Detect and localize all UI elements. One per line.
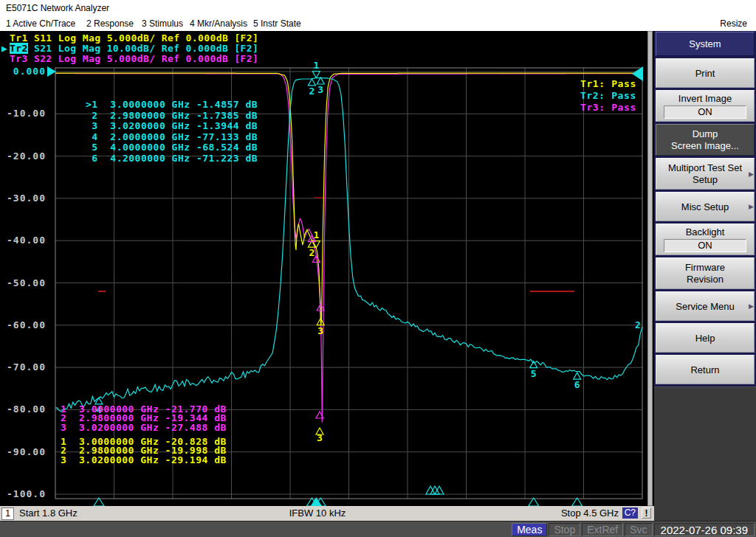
marker-label-2-tr1: 2	[309, 247, 315, 258]
trace-name: Tr2	[10, 43, 28, 54]
active-trace-arrow-icon: ▶	[1, 43, 10, 54]
softkey-label: Return	[656, 364, 754, 375]
softkey-panel-blank	[654, 387, 756, 521]
softkey-misc-setup[interactable]: Misc Setup▶	[656, 192, 755, 221]
y-axis-tick-label: -50.00	[7, 277, 46, 288]
softkey-toggle-state: ON	[664, 239, 746, 252]
window-title: E5071C Network Analyzer	[6, 3, 109, 13]
marker-label-2-tr2: 2	[309, 86, 315, 97]
softkey-label: Help	[656, 333, 754, 344]
marker-1-tr2[interactable]	[312, 72, 320, 78]
stimulus-marker-cluster	[426, 486, 435, 494]
marker-6-tr2[interactable]	[574, 373, 581, 379]
menu-bar: Resize 1 Active Ch/Trace2 Response3 Stim…	[0, 16, 756, 31]
softkey-label: Service Menu	[656, 301, 754, 312]
menu-item-3[interactable]: 3 Stimulus	[142, 16, 183, 31]
submenu-arrow-icon: ▶	[749, 203, 754, 210]
title-bar: E5071C Network Analyzer	[0, 0, 756, 16]
trace-format: S11 Log Mag 5.000dB/ Ref 0.000dB [F2]	[28, 32, 259, 44]
status-indicator-stop: Stop	[549, 523, 580, 536]
softkey-label: Print	[656, 68, 754, 79]
marker-table-s11-markers: 1 3.0000000 GHz -20.828 dB2 2.9800000 GH…	[61, 437, 227, 465]
softkey-dump-screen-image[interactable]: DumpScreen Image...	[656, 124, 755, 156]
marker-2-tr2[interactable]	[308, 79, 315, 86]
status-clock: 2022-07-26 09:39	[654, 523, 755, 536]
stimulus-marker-cluster	[430, 486, 439, 494]
softkey-invert-image[interactable]: Invert ImageON	[656, 90, 755, 122]
trace-definition-tr1[interactable]: Tr1 S11 Log Mag 5.000dB/ Ref 0.000dB [F2…	[1, 32, 258, 43]
marker-table-s21-markers: >1 3.0000000 GHz -1.4857 dB 2 2.9800000 …	[86, 100, 258, 164]
softkey-return[interactable]: Return	[656, 355, 755, 384]
marker-readout-row: 3 3.0200000 GHz -1.3944 dB	[86, 121, 258, 132]
marker-readout-row: 3 3.0200000 GHz -29.194 dB	[61, 456, 227, 465]
marker-readout-row: 6 4.2000000 GHz -71.223 dB	[86, 153, 258, 164]
menu-item-1[interactable]: 1 Active Ch/Trace	[6, 16, 75, 31]
y-axis-tick-label: -100.0	[7, 488, 46, 499]
limit-test-result: Tr2: Pass	[580, 90, 636, 102]
stimulus-marker-cluster	[435, 486, 444, 494]
trace-definition-tr2[interactable]: ▶Tr2 S21 Log Mag 10.00dB/ Ref 0.000dB [F…	[1, 43, 258, 53]
marker-readout-row: 4 2.0000000 GHz -77.133 dB	[86, 132, 258, 143]
softkey-label: Setup	[656, 174, 754, 185]
stimulus-marker[interactable]	[572, 498, 583, 506]
marker-label-3-tr1: 3	[317, 325, 323, 336]
y-axis-tick-label: -90.00	[7, 446, 46, 457]
menu-item-5[interactable]: 5 Instr State	[253, 16, 301, 31]
softkey-label: Screen Image...	[656, 140, 754, 151]
softkey-label: Dump	[656, 128, 754, 139]
marker-label-3-tr2: 3	[317, 84, 323, 95]
menu-item-4[interactable]: 4 Mkr/Analysis	[190, 16, 247, 31]
trace-format: S22 Log Mag 5.000dB/ Ref 0.000dB [F2]	[28, 53, 259, 64]
trace-number-label: 2	[635, 319, 641, 330]
softkey-multiport-test-set-setup[interactable]: Multiport Test SetSetup▶	[656, 158, 755, 190]
stop-frequency: Stop 4.5 GHz	[561, 506, 619, 521]
channel-bar: 1 Start 1.8 GHz IFBW 10 kHz Stop 4.5 GHz…	[0, 506, 654, 521]
y-axis-tick-label: -60.00	[7, 319, 46, 330]
stimulus-marker[interactable]	[94, 498, 104, 506]
y-axis-tick-label: -70.00	[7, 361, 46, 373]
resize-button[interactable]: Resize	[720, 16, 747, 31]
softkey-label: Revision	[656, 274, 754, 285]
softkey-label: Backlight	[656, 226, 754, 238]
softkey-toggle-state: ON	[664, 105, 746, 119]
marker-glyph-label: 3	[317, 432, 323, 443]
instrument-screen[interactable]: 212345612330.000-10.00-20.00-30.00-40.00…	[0, 31, 654, 506]
ifbw-readout: IFBW 10 kHz	[289, 506, 346, 521]
softkey-label: Multiport Test Set	[656, 162, 754, 173]
marker-readout-row: 2 2.9800000 GHz -1.7385 dB	[86, 111, 258, 122]
trace-format: S21 Log Mag 10.00dB/ Ref 0.000dB [F2]	[28, 43, 259, 54]
limit-test-result: Tr3: Pass	[580, 102, 636, 114]
softkey-label: Misc Setup	[656, 201, 754, 212]
limit-test-pass-panel: Tr1: PassTr2: PassTr3: Pass	[580, 78, 636, 114]
softkey-label: System	[656, 38, 754, 49]
marker-label-1-tr2: 1	[313, 60, 319, 71]
softkey-panel: SystemPrintInvert ImageONDumpScreen Imag…	[654, 31, 756, 521]
marker-label-6-tr2: 6	[574, 379, 580, 390]
y-axis-tick-label: -80.00	[7, 403, 46, 415]
marker-label-5-tr2: 5	[531, 368, 537, 379]
marker-readout-row: >1 3.0000000 GHz -1.4857 dB	[86, 100, 258, 111]
marker-table-s22-markers: 1 3.0000000 GHz -21.770 dB2 2.9800000 GH…	[61, 405, 227, 432]
y-axis-tick-label: -40.00	[7, 235, 46, 246]
submenu-arrow-icon: ▶	[749, 302, 754, 310]
softkey-firmware-revision[interactable]: FirmwareRevision	[656, 257, 755, 289]
cal-status-badge: C?	[622, 507, 638, 519]
softkey-system[interactable]: System	[656, 32, 755, 56]
ref-level-indicator-left	[47, 66, 56, 77]
menu-item-2[interactable]: 2 Response	[86, 16, 134, 31]
status-bar: MeasStopExtRefSvc2022-07-26 09:39	[0, 521, 756, 537]
status-indicator-svc: Svc	[625, 523, 652, 536]
y-axis-tick-label: -20.00	[7, 150, 46, 162]
screen-divider	[647, 31, 653, 506]
trace-name: Tr3	[10, 53, 28, 64]
y-axis-tick-label: -10.00	[7, 108, 46, 119]
softkey-help[interactable]: Help	[656, 323, 755, 353]
softkey-backlight[interactable]: BacklightON	[656, 224, 755, 255]
limit-test-result: Tr1: Pass	[580, 78, 636, 90]
softkey-label: Firmware	[656, 262, 754, 273]
trace-definition-tr3[interactable]: Tr3 S22 Log Mag 5.000dB/ Ref 0.000dB [F2…	[1, 53, 258, 63]
status-indicator-extref: ExtRef	[582, 523, 623, 536]
softkey-service-menu[interactable]: Service Menu▶	[656, 291, 755, 321]
stimulus-marker[interactable]	[529, 498, 539, 506]
softkey-print[interactable]: Print	[656, 58, 755, 88]
